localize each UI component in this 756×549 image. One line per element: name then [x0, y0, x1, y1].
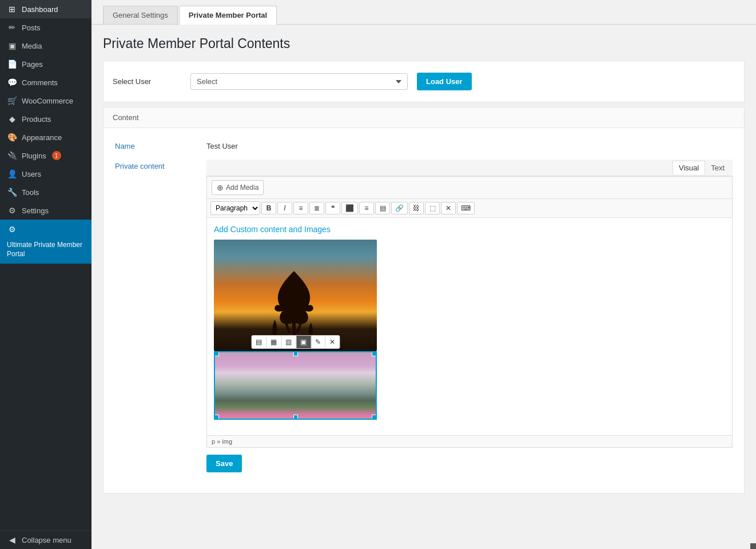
handle-tr[interactable]: [372, 352, 376, 356]
handle-tl[interactable]: [214, 352, 219, 356]
link-button[interactable]: 🔗: [391, 202, 408, 214]
image-2-container[interactable]: [214, 351, 377, 420]
add-media-button[interactable]: ⊕ Add Media: [212, 180, 264, 195]
insert-button[interactable]: ⬚: [425, 202, 440, 214]
sidebar-item-appearance[interactable]: 🎨 Appearance: [0, 128, 91, 146]
sidebar-item-label: Comments: [22, 78, 58, 87]
formatting-bar: Paragraph B I ≡ ≣ ❝ ⬛ ≡ ▤ 🔗: [207, 199, 732, 218]
img-align-right[interactable]: ▥: [281, 336, 296, 348]
remove-button[interactable]: ✕: [441, 202, 456, 214]
image-toolbar: ▤ ▦ ▥ ▣ ✎ ✕: [251, 335, 340, 349]
editor-text-content: Add Custom content and Images: [214, 225, 725, 234]
italic-button[interactable]: I: [277, 202, 292, 214]
statusbar-path: p » img: [212, 438, 232, 445]
private-content-row: Private content Visual Text ⊕: [115, 160, 733, 472]
plugins-badge: 1: [52, 151, 61, 160]
content-section: Content Name Test User Private content V…: [103, 107, 745, 494]
img-delete[interactable]: ✕: [325, 336, 339, 348]
sidebar-item-label: Plugins: [22, 152, 46, 160]
page-title: Private Member Portal Contents: [103, 36, 745, 51]
align-left-button[interactable]: ⬛: [341, 202, 358, 214]
sidebar-item-label: Posts: [22, 23, 41, 32]
handle-bl[interactable]: [214, 415, 219, 419]
user-select-dropdown[interactable]: Select: [190, 73, 408, 90]
sidebar-item-dashboard[interactable]: ⊞ Dashboard: [0, 0, 91, 18]
sidebar: ⊞ Dashboard ✏ Posts ▣ Media 📄 Pages 💬 Co…: [0, 0, 91, 549]
image-1-container[interactable]: ▤ ▦ ▥ ▣ ✎ ✕: [214, 240, 377, 351]
ul-button[interactable]: ≡: [293, 202, 308, 214]
sidebar-item-settings[interactable]: ⚙ Settings: [0, 201, 91, 220]
editor-statusbar: p » img: [207, 435, 732, 447]
sidebar-item-products[interactable]: ◆ Products: [0, 110, 91, 128]
sidebar-item-label: Products: [22, 115, 51, 124]
align-right-button[interactable]: ▤: [375, 202, 390, 214]
tab-private-member-portal[interactable]: Private Member Portal: [179, 6, 277, 25]
ol-button[interactable]: ≣: [309, 202, 324, 214]
align-center-button[interactable]: ≡: [359, 202, 374, 214]
products-icon: ◆: [7, 114, 17, 124]
sidebar-item-pages[interactable]: 📄 Pages: [0, 55, 91, 73]
select-user-row: Select User Select Load User: [104, 61, 744, 102]
ultimate-icon: ⚙: [7, 224, 17, 236]
name-value: Test User: [206, 140, 238, 150]
sidebar-item-label: Ultimate Private Member Portal: [7, 240, 85, 260]
collapse-label: Collapse menu: [22, 536, 71, 544]
sidebar-item-woocommerce[interactable]: 🛒 WooCommerce: [0, 92, 91, 110]
sidebar-item-tools[interactable]: 🔧 Tools: [0, 183, 91, 201]
sidebar-item-ultimate[interactable]: ⚙ Ultimate Private Member Portal: [0, 220, 91, 264]
media-icon: ▣: [7, 41, 17, 50]
sidebar-item-media[interactable]: ▣ Media: [0, 37, 91, 55]
text-tab[interactable]: Text: [705, 161, 730, 174]
handle-tm[interactable]: [293, 352, 298, 356]
tabs-bar: General Settings Private Member Portal: [91, 0, 756, 25]
mountain-image-wrapper[interactable]: [214, 351, 377, 420]
sunset-image[interactable]: ▤ ▦ ▥ ▣ ✎ ✕: [214, 240, 377, 351]
editor-content-area[interactable]: Add Custom content and Images: [207, 218, 732, 435]
visual-tab[interactable]: Visual: [673, 161, 705, 174]
tab-general-settings[interactable]: General Settings: [103, 6, 178, 24]
sidebar-item-comments[interactable]: 💬 Comments: [0, 73, 91, 92]
sidebar-item-label: Media: [22, 42, 42, 50]
editor-scroll-area[interactable]: Add Custom content and Images: [207, 218, 732, 435]
select-user-label: Select User: [113, 77, 181, 86]
img-align-left[interactable]: ▤: [252, 336, 266, 348]
load-user-button[interactable]: Load User: [417, 73, 472, 90]
unlink-button[interactable]: ⛓: [409, 202, 424, 214]
paragraph-select[interactable]: Paragraph: [210, 201, 260, 215]
select-user-panel: Select User Select Load User: [103, 61, 745, 102]
img-align-center[interactable]: ▦: [266, 336, 281, 348]
collapse-menu[interactable]: ◀ Collapse menu: [0, 530, 91, 549]
pages-icon: 📄: [7, 59, 17, 69]
dashboard-icon: ⊞: [7, 5, 17, 14]
img-align-none[interactable]: ▣: [296, 336, 311, 348]
handle-br[interactable]: [372, 415, 376, 419]
editor-resize-handle[interactable]: [750, 543, 756, 549]
settings-icon: ⚙: [7, 206, 17, 215]
mountain-image[interactable]: [215, 352, 377, 420]
editor-wrapper: ⊕ Add Media Paragraph B I: [206, 176, 733, 448]
bold-button[interactable]: B: [261, 202, 276, 214]
private-content-label: Private content: [115, 160, 206, 170]
tools-icon: 🔧: [7, 188, 17, 197]
blockquote-button[interactable]: ❝: [325, 202, 340, 214]
sidebar-item-label: Dashboard: [22, 5, 58, 14]
editor-container: Name Test User Private content Visual Te…: [104, 128, 744, 493]
sidebar-item-label: WooCommerce: [22, 97, 73, 105]
sidebar-item-posts[interactable]: ✏ Posts: [0, 18, 91, 37]
save-button[interactable]: Save: [206, 455, 242, 472]
name-label: Name: [115, 140, 206, 150]
sidebar-item-plugins[interactable]: 🔌 Plugins 1: [0, 146, 91, 165]
plugins-icon: 🔌: [7, 151, 17, 160]
comments-icon: 💬: [7, 78, 17, 87]
handle-bm[interactable]: [293, 415, 298, 419]
collapse-icon: ◀: [7, 535, 17, 544]
sidebar-item-users[interactable]: 👤 Users: [0, 165, 91, 183]
img-edit[interactable]: ✎: [311, 336, 325, 348]
posts-icon: ✏: [7, 23, 17, 32]
sidebar-item-label: Appearance: [22, 133, 62, 142]
add-media-row: ⊕ Add Media: [207, 177, 732, 199]
woocommerce-icon: 🛒: [7, 96, 17, 105]
main-content: General Settings Private Member Portal P…: [91, 0, 756, 549]
name-row: Name Test User: [115, 140, 733, 150]
more-button[interactable]: ⌨: [457, 202, 475, 214]
